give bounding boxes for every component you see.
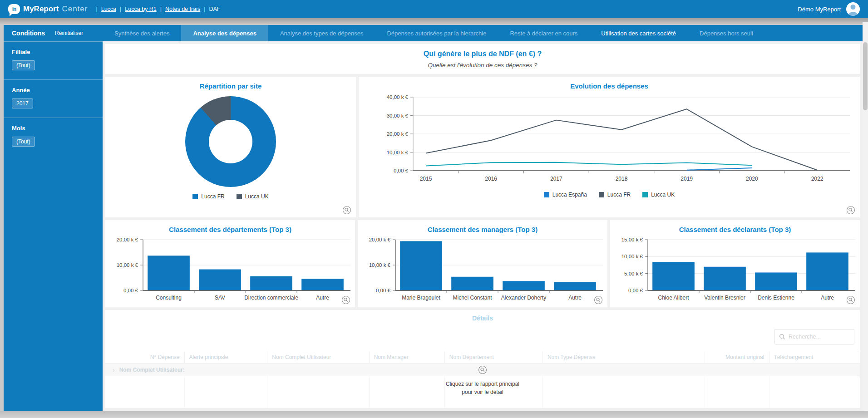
legend-item-lucca-fr: Lucca FR: [599, 192, 631, 198]
zoom-icon[interactable]: [341, 295, 350, 305]
conditions-sidebar: Filliale (Tout) Année 2017 Mois (Tout): [4, 41, 103, 411]
svg-text:Autre: Autre: [316, 295, 329, 301]
zoom-icon[interactable]: [846, 295, 855, 305]
svg-text:Consulting: Consulting: [156, 295, 182, 301]
svg-text:Autre: Autre: [821, 295, 834, 301]
brand-logo-icon: ln: [8, 4, 20, 14]
user-name-label: Démo MyReport: [798, 6, 841, 13]
expenses-line-chart[interactable]: 0,00 €10,00 k €20,00 k €30,00 k €40,00 k…: [364, 90, 854, 191]
filter-value-filliale[interactable]: (Tout): [12, 60, 35, 70]
breadcrumb-separator: |: [96, 6, 97, 12]
legend-item-lucca-uk: Lucca UK: [642, 192, 675, 198]
filter-group-annee: Année 2017: [4, 79, 103, 118]
vertical-scrollbar[interactable]: [863, 22, 868, 411]
svg-text:Marie Bragoulet: Marie Bragoulet: [402, 295, 440, 301]
line-chart-legend: Lucca España Lucca FR Lucca UK: [544, 192, 675, 198]
dashboard-question-title: Qui génère le plus de NDF (en €) ?: [424, 50, 542, 58]
legend-swatch: [599, 192, 604, 197]
bar-chart-title: Classement des départements (Top 3): [169, 226, 291, 233]
tab-depenses-autorisees-par-la-hierarchie[interactable]: Dépenses autorisées par la hierarchie: [375, 25, 498, 41]
line-chart-title: Evolution des dépenses: [570, 82, 648, 90]
user-avatar[interactable]: [846, 2, 860, 16]
app-container: Conditions Réinitialiser Synthèse des al…: [4, 25, 863, 411]
details-table-header: N° Dépense Alerte principale Nom Complet…: [105, 351, 860, 364]
tab-depenses-hors-seuil[interactable]: Dépenses hors seuil: [688, 25, 765, 41]
filter-value-mois[interactable]: (Tout): [12, 137, 35, 147]
legend-swatch: [642, 192, 648, 197]
tab-bar: Conditions Réinitialiser Synthèse des al…: [4, 25, 863, 41]
vertical-scrollbar-thumb[interactable]: [863, 42, 868, 110]
brand-logo: ln MyReportCenter: [8, 4, 88, 14]
empty-message-line2: pour voir le détail: [446, 388, 519, 396]
legend-swatch: [237, 194, 242, 199]
legend-label: Lucca UK: [651, 192, 675, 198]
column-header-nom-manager[interactable]: Nom Manager: [370, 351, 445, 363]
svg-text:10,00 k €: 10,00 k €: [369, 262, 391, 268]
svg-text:2015: 2015: [420, 176, 432, 182]
header-shadow: [0, 18, 868, 25]
filter-value-annee[interactable]: 2017: [12, 98, 33, 108]
breadcrumb-current-daf: DAF: [209, 6, 220, 12]
person-icon: [851, 5, 856, 10]
bar-chart-title: Classement des managers (Top 3): [428, 226, 538, 233]
svg-text:2017: 2017: [550, 176, 562, 182]
column-header-alerte-principale[interactable]: Alerte principale: [185, 351, 268, 363]
svg-text:5,00 k €: 5,00 k €: [624, 271, 643, 276]
svg-text:2020: 2020: [746, 176, 758, 182]
breadcrumb-separator: |: [120, 6, 121, 12]
svg-text:20,00 k €: 20,00 k €: [369, 237, 391, 242]
donut-legend: Lucca FR Lucca UK: [192, 193, 268, 200]
zoom-icon[interactable]: [478, 365, 487, 374]
tab-utilisation-des-cartes-societe[interactable]: Utilisation des cartes société: [589, 25, 688, 41]
site-donut-chart[interactable]: [185, 96, 276, 187]
column-header-nom-type-depense[interactable]: Nom Type Dépense: [543, 351, 705, 363]
brand-name-bold: MyReport: [23, 5, 59, 14]
breadcrumb: | Lucca | Lucca by R1 | Notes de frais |…: [96, 6, 220, 12]
legend-item-lucca-fr: Lucca FR: [192, 193, 224, 200]
person-icon-body: [848, 12, 858, 16]
donut-hole: [209, 120, 252, 163]
svg-text:Valentin Bresnier: Valentin Bresnier: [704, 295, 745, 301]
filter-group-mois: Mois (Tout): [4, 118, 103, 156]
breadcrumb-link-lucca-by-r1[interactable]: Lucca by R1: [125, 6, 156, 12]
reset-filters-button[interactable]: Réinitialiser: [55, 30, 83, 36]
empty-message-line1: Cliquez sur le rapport principal: [446, 380, 519, 388]
donut-chart-title: Répartition par site: [200, 82, 262, 90]
repartition-par-site-panel: Répartition par site Lucca FR Lucca: [105, 77, 356, 217]
column-header-nom-departement[interactable]: Nom Département: [445, 351, 543, 363]
svg-text:2019: 2019: [681, 176, 693, 182]
breadcrumb-link-lucca[interactable]: Lucca: [101, 6, 116, 12]
departments-bar-chart[interactable]: 0,00 €10,00 k €20,00 k €ConsultingSAVDir…: [108, 235, 353, 304]
svg-text:10,00 k €: 10,00 k €: [387, 150, 409, 155]
tab-synthese-des-alertes[interactable]: Synthèse des alertes: [103, 25, 181, 41]
top-header-bar: ln MyReportCenter | Lucca | Lucca by R1 …: [0, 0, 868, 18]
expand-arrow-icon[interactable]: ›: [113, 366, 115, 374]
svg-text:Michel Constant: Michel Constant: [453, 295, 492, 301]
classement-departements-panel: Classement des départements (Top 3) 0,00…: [105, 220, 355, 307]
search-input[interactable]: [789, 334, 850, 340]
filter-label-mois: Mois: [12, 125, 94, 132]
tab-reste-a-declarer-en-cours[interactable]: Reste à déclarer en cours: [498, 25, 589, 41]
svg-text:0,00 €: 0,00 €: [376, 288, 391, 293]
svg-text:10,00 k €: 10,00 k €: [621, 254, 643, 259]
dashboard-question-subtitle: Quelle est l'évolution de ces dépenses ?: [428, 62, 537, 69]
legend-item-lucca-uk: Lucca UK: [237, 193, 269, 200]
svg-text:Direction commerciale: Direction commerciale: [244, 295, 298, 301]
declarants-bar-chart[interactable]: 0,00 €5,00 k €10,00 k €15,00 k €Chloe Al…: [612, 235, 858, 304]
column-header-telechargement[interactable]: Téléchargement: [769, 351, 860, 363]
column-header-no-depense[interactable]: N° Dépense: [105, 351, 185, 363]
svg-text:2018: 2018: [616, 176, 628, 182]
svg-text:0,00 €: 0,00 €: [394, 168, 409, 173]
column-header-nom-complet-utilisateur[interactable]: Nom Complet Utilisateur: [267, 351, 369, 363]
tab-analyse-des-depenses[interactable]: Analyse des dépenses: [181, 25, 268, 41]
managers-bar-chart[interactable]: 0,00 €10,00 k €20,00 k €Marie BragouletM…: [360, 235, 605, 304]
svg-text:0,00 €: 0,00 €: [628, 288, 643, 293]
breadcrumb-link-notes-de-frais[interactable]: Notes de frais: [165, 6, 200, 12]
evolution-des-depenses-panel: Evolution des dépenses 0,00 €10,00 k €20…: [359, 77, 860, 217]
tab-analyse-des-types-de-depenses[interactable]: Analyse des types de dépenses: [268, 25, 375, 41]
svg-text:40,00 k €: 40,00 k €: [387, 94, 409, 100]
zoom-icon[interactable]: [594, 295, 603, 305]
zoom-icon[interactable]: [342, 206, 351, 215]
zoom-icon[interactable]: [846, 206, 855, 215]
column-header-montant-original[interactable]: Montant original: [705, 351, 769, 363]
